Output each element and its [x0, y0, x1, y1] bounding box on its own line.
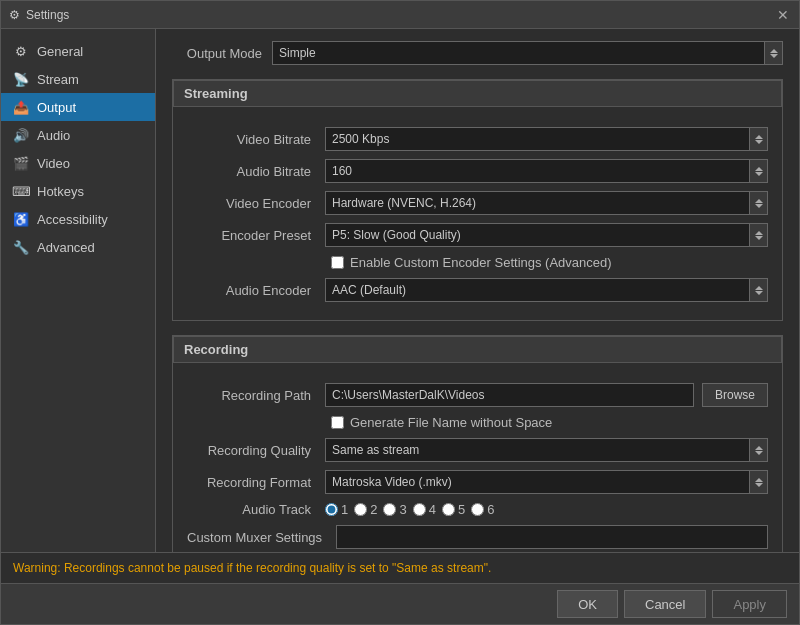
sidebar-label-audio: Audio: [37, 128, 70, 143]
recording-format-select[interactable]: Matroska Video (.mkv): [325, 470, 768, 494]
custom-encoder-label[interactable]: Enable Custom Encoder Settings (Advanced…: [350, 255, 612, 270]
custom-muxer-row: Custom Muxer Settings: [187, 525, 768, 549]
sidebar-item-output[interactable]: 📤 Output: [1, 93, 155, 121]
audio-track-row: Audio Track 1 2 3 4 5 6: [187, 502, 768, 517]
audio-track-radio-5[interactable]: [442, 503, 455, 516]
sidebar-label-accessibility: Accessibility: [37, 212, 108, 227]
sidebar-item-video[interactable]: 🎬 Video: [1, 149, 155, 177]
encoder-preset-row: Encoder Preset P5: Slow (Good Quality): [187, 223, 768, 247]
audio-track-label: Audio Track: [187, 502, 317, 517]
sidebar-item-accessibility[interactable]: ♿ Accessibility: [1, 205, 155, 233]
audio-track-radio-2[interactable]: [354, 503, 367, 516]
sidebar-label-output: Output: [37, 100, 76, 115]
window-icon: ⚙: [9, 8, 20, 22]
custom-encoder-checkbox[interactable]: [331, 256, 344, 269]
ok-button[interactable]: OK: [557, 590, 618, 618]
recording-quality-select[interactable]: Same as stream: [325, 438, 768, 462]
main-content: Output Mode Simple Advanced Streaming: [156, 29, 799, 552]
custom-muxer-input[interactable]: [336, 525, 768, 549]
close-button[interactable]: ✕: [777, 8, 791, 22]
sidebar-item-general[interactable]: ⚙ General: [1, 37, 155, 65]
recording-format-label: Recording Format: [187, 475, 317, 490]
streaming-body: Video Bitrate Audio Bitrate: [173, 117, 782, 320]
accessibility-icon: ♿: [13, 211, 29, 227]
recording-header: Recording: [173, 336, 782, 363]
audio-track-radio-4[interactable]: [413, 503, 426, 516]
audio-icon: 🔊: [13, 127, 29, 143]
audio-track-radio-6[interactable]: [471, 503, 484, 516]
video-encoder-row: Video Encoder Hardware (NVENC, H.264): [187, 191, 768, 215]
video-bitrate-input[interactable]: [325, 127, 768, 151]
audio-track-options: 1 2 3 4 5 6: [325, 502, 494, 517]
audio-track-5[interactable]: 5: [442, 502, 465, 517]
sidebar-item-audio[interactable]: 🔊 Audio: [1, 121, 155, 149]
general-icon: ⚙: [13, 43, 29, 59]
audio-encoder-select[interactable]: AAC (Default): [325, 278, 768, 302]
encoder-preset-label: Encoder Preset: [187, 228, 317, 243]
audio-track-radio-1[interactable]: [325, 503, 338, 516]
sidebar: ⚙ General 📡 Stream 📤 Output 🔊 Audio 🎬 Vi…: [1, 29, 156, 552]
bottom-bar: OK Cancel Apply: [1, 583, 799, 624]
audio-track-4[interactable]: 4: [413, 502, 436, 517]
cancel-button[interactable]: Cancel: [624, 590, 706, 618]
encoder-preset-wrapper: P5: Slow (Good Quality): [325, 223, 768, 247]
custom-encoder-row: Enable Custom Encoder Settings (Advanced…: [187, 255, 768, 270]
sidebar-label-general: General: [37, 44, 83, 59]
gen-filename-checkbox[interactable]: [331, 416, 344, 429]
recording-path-row: Recording Path Browse: [187, 383, 768, 407]
apply-button[interactable]: Apply: [712, 590, 787, 618]
output-mode-select-wrapper: Simple Advanced: [272, 41, 783, 65]
settings-window: ⚙ Settings ✕ ⚙ General 📡 Stream 📤 Output…: [0, 0, 800, 625]
recording-format-wrapper: Matroska Video (.mkv): [325, 470, 768, 494]
audio-track-2[interactable]: 2: [354, 502, 377, 517]
video-encoder-wrapper: Hardware (NVENC, H.264): [325, 191, 768, 215]
recording-body: Recording Path Browse Generate File Name…: [173, 373, 782, 552]
video-encoder-select[interactable]: Hardware (NVENC, H.264): [325, 191, 768, 215]
custom-muxer-label: Custom Muxer Settings: [187, 530, 328, 545]
recording-quality-row: Recording Quality Same as stream: [187, 438, 768, 462]
recording-section: Recording Recording Path Browse Generate…: [172, 335, 783, 552]
gen-filename-label[interactable]: Generate File Name without Space: [350, 415, 552, 430]
video-icon: 🎬: [13, 155, 29, 171]
video-bitrate-wrapper: [325, 127, 768, 151]
audio-bitrate-row: Audio Bitrate: [187, 159, 768, 183]
video-bitrate-row: Video Bitrate: [187, 127, 768, 151]
streaming-header: Streaming: [173, 80, 782, 107]
sidebar-label-stream: Stream: [37, 72, 79, 87]
video-bitrate-label: Video Bitrate: [187, 132, 317, 147]
output-mode-label: Output Mode: [172, 46, 262, 61]
browse-button[interactable]: Browse: [702, 383, 768, 407]
audio-track-1[interactable]: 1: [325, 502, 348, 517]
sidebar-item-hotkeys[interactable]: ⌨ Hotkeys: [1, 177, 155, 205]
output-icon: 📤: [13, 99, 29, 115]
advanced-icon: 🔧: [13, 239, 29, 255]
titlebar-left: ⚙ Settings: [9, 8, 69, 22]
gen-filename-row: Generate File Name without Space: [187, 415, 768, 430]
sidebar-label-hotkeys: Hotkeys: [37, 184, 84, 199]
sidebar-label-advanced: Advanced: [37, 240, 95, 255]
audio-track-radio-3[interactable]: [383, 503, 396, 516]
output-mode-row: Output Mode Simple Advanced: [172, 41, 783, 65]
audio-encoder-wrapper: AAC (Default): [325, 278, 768, 302]
recording-quality-label: Recording Quality: [187, 443, 317, 458]
warning-bar: Warning: Recordings cannot be paused if …: [1, 552, 799, 583]
hotkeys-icon: ⌨: [13, 183, 29, 199]
output-mode-select[interactable]: Simple Advanced: [272, 41, 783, 65]
sidebar-item-stream[interactable]: 📡 Stream: [1, 65, 155, 93]
recording-path-input[interactable]: [325, 383, 694, 407]
sidebar-label-video: Video: [37, 156, 70, 171]
encoder-preset-select[interactable]: P5: Slow (Good Quality): [325, 223, 768, 247]
titlebar: ⚙ Settings ✕: [1, 1, 799, 29]
stream-icon: 📡: [13, 71, 29, 87]
sidebar-item-advanced[interactable]: 🔧 Advanced: [1, 233, 155, 261]
audio-encoder-label: Audio Encoder: [187, 283, 317, 298]
audio-track-3[interactable]: 3: [383, 502, 406, 517]
audio-bitrate-label: Audio Bitrate: [187, 164, 317, 179]
window-title: Settings: [26, 8, 69, 22]
audio-encoder-row: Audio Encoder AAC (Default): [187, 278, 768, 302]
content-area: ⚙ General 📡 Stream 📤 Output 🔊 Audio 🎬 Vi…: [1, 29, 799, 552]
audio-bitrate-input[interactable]: [325, 159, 768, 183]
audio-track-6[interactable]: 6: [471, 502, 494, 517]
video-encoder-label: Video Encoder: [187, 196, 317, 211]
recording-format-row: Recording Format Matroska Video (.mkv): [187, 470, 768, 494]
